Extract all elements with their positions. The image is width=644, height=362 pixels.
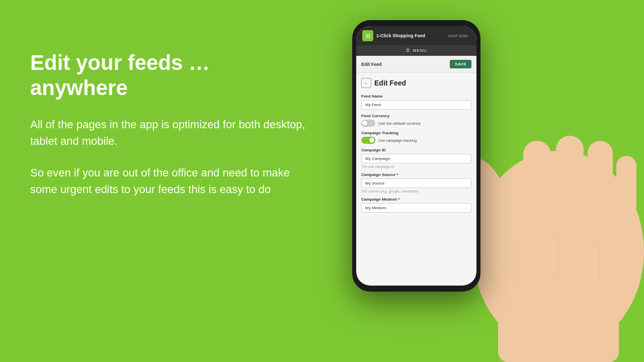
form-page-title-row: ← Edit Feed bbox=[361, 78, 471, 88]
app-title: 1-Click Shopping Feed bbox=[376, 33, 448, 38]
main-heading: Edit your feeds … anywhere bbox=[30, 50, 312, 101]
edit-feed-bar: Edit Feed SAVE bbox=[356, 56, 476, 73]
hand-container: ☷ 1-Click Shopping Feed SHOP ADMI... ☰ M… bbox=[342, 5, 634, 357]
paragraph-2: So even if you are out of the office and… bbox=[30, 164, 312, 198]
phone-frame: ☷ 1-Click Shopping Feed SHOP ADMI... ☰ M… bbox=[352, 20, 480, 292]
admin-label: SHOP ADMI... bbox=[448, 34, 470, 38]
campaign-source-label: Campaign Source * bbox=[361, 172, 471, 177]
field-feed-currency: Feed Currency Use non-default currency bbox=[361, 114, 471, 127]
campaign-tracking-toggle-label: Use campaign tracking bbox=[378, 138, 417, 143]
back-icon: ← bbox=[364, 80, 369, 86]
campaign-id-label: Campaign ID bbox=[361, 148, 471, 152]
feed-currency-toggle-label: Use non-default currency bbox=[378, 121, 421, 126]
app-logo: ☷ bbox=[362, 30, 373, 41]
svg-rect-6 bbox=[498, 292, 619, 362]
back-button[interactable]: ← bbox=[361, 78, 371, 88]
svg-rect-2 bbox=[523, 141, 551, 216]
edit-feed-bar-title: Edit Feed bbox=[361, 62, 382, 67]
save-button[interactable]: SAVE bbox=[450, 60, 471, 68]
campaign-tracking-toggle-knob bbox=[369, 138, 374, 143]
form-page-title-text: Edit Feed bbox=[374, 79, 406, 87]
field-feed-name: Feed Name My Feed bbox=[361, 94, 471, 110]
phone-screen: ☷ 1-Click Shopping Feed SHOP ADMI... ☰ M… bbox=[356, 26, 476, 286]
campaign-tracking-toggle-row: Use campaign tracking bbox=[361, 137, 471, 144]
feed-name-input[interactable]: My Feed bbox=[361, 100, 471, 110]
svg-rect-4 bbox=[588, 141, 613, 216]
feed-currency-toggle[interactable] bbox=[361, 120, 375, 127]
right-section: ☷ 1-Click Shopping Feed SHOP ADMI... ☰ M… bbox=[332, 0, 644, 362]
field-campaign-tracking: Campaign Tracking Use campaign tracking bbox=[361, 131, 471, 144]
campaign-source-hint: The referrer (e.g. google, newsletter) bbox=[361, 190, 471, 193]
hand-illustration bbox=[458, 40, 644, 362]
campaign-id-input[interactable]: My Campaign bbox=[361, 154, 471, 163]
hamburger-icon: ☰ bbox=[406, 48, 410, 53]
campaign-medium-input[interactable]: My Medium bbox=[361, 203, 471, 213]
campaign-medium-label: Campaign Medium * bbox=[361, 197, 471, 202]
campaign-id-hint: The ads campaign id bbox=[361, 165, 471, 168]
feed-name-label: Feed Name bbox=[361, 94, 471, 99]
paragraph-1: All of the pages in the app is optimized… bbox=[30, 116, 312, 149]
phone-form: ← Edit Feed Feed Name My Feed Feed Curre… bbox=[356, 73, 476, 286]
campaign-tracking-label: Campaign Tracking bbox=[361, 131, 471, 135]
field-campaign-source: Campaign Source * My Source The referrer… bbox=[361, 172, 471, 193]
field-campaign-medium: Campaign Medium * My Medium bbox=[361, 197, 471, 213]
svg-rect-5 bbox=[616, 156, 636, 216]
svg-rect-3 bbox=[556, 136, 584, 216]
feed-currency-toggle-row: Use non-default currency bbox=[361, 120, 471, 127]
logo-icon: ☷ bbox=[366, 33, 370, 39]
phone-menubar[interactable]: ☰ MENU bbox=[356, 45, 476, 56]
campaign-tracking-toggle[interactable] bbox=[361, 137, 375, 144]
menu-label: MENU bbox=[413, 48, 427, 53]
campaign-source-input[interactable]: My Source bbox=[361, 178, 471, 188]
phone-topbar: ☷ 1-Click Shopping Feed SHOP ADMI... bbox=[356, 26, 476, 45]
feed-currency-label: Feed Currency bbox=[361, 114, 471, 118]
field-campaign-id: Campaign ID My Campaign The ads campaign… bbox=[361, 148, 471, 168]
left-section: Edit your feeds … anywhere All of the pa… bbox=[30, 50, 312, 213]
feed-currency-toggle-knob bbox=[362, 121, 367, 126]
